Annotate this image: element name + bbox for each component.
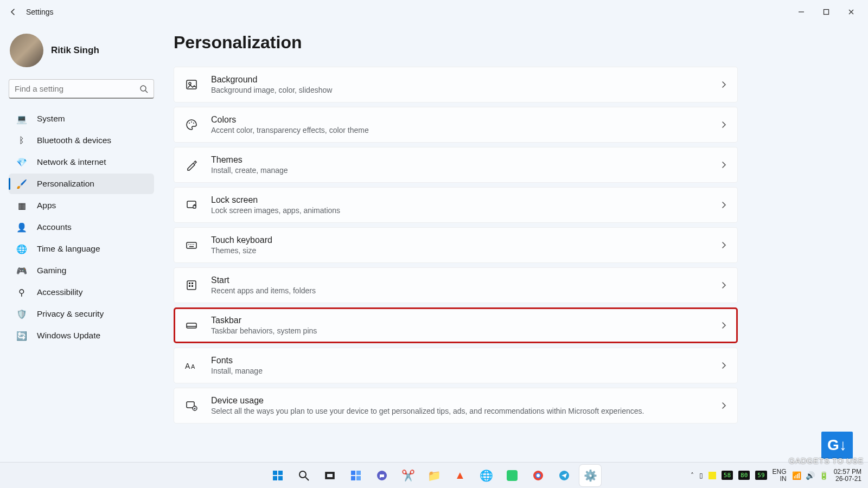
card-desc: Recent apps and items, folders	[211, 286, 720, 295]
file-explorer[interactable]: 📁	[423, 465, 445, 486]
svg-rect-28	[273, 471, 277, 475]
language-indicator[interactable]: ENG IN	[773, 468, 787, 482]
gear-icon: ⚙️	[584, 469, 597, 482]
setting-touch-keyboard[interactable]: Touch keyboardThemes, size	[174, 227, 738, 263]
setting-device-usage[interactable]: Device usageSelect all the ways you plan…	[174, 388, 738, 423]
card-desc: Background image, color, slideshow	[211, 86, 720, 94]
maximize-icon	[823, 9, 829, 15]
chevron-right-icon	[720, 161, 727, 169]
page-title: Personalization	[174, 33, 803, 53]
task-view[interactable]	[319, 465, 341, 486]
chrome-icon	[533, 470, 544, 481]
search-input[interactable]	[15, 84, 139, 93]
nav-icon: 🔄	[16, 330, 27, 341]
brave-browser[interactable]: ▲	[449, 465, 471, 486]
nav-label: Windows Update	[37, 331, 100, 341]
teams-chat[interactable]	[371, 465, 393, 486]
chevron-right-icon	[720, 362, 727, 369]
sidebar-item-personalization[interactable]: 🖌️Personalization	[9, 174, 154, 194]
svg-rect-22	[187, 323, 196, 328]
tray-overflow[interactable]: ˄	[691, 472, 694, 479]
maximize-button[interactable]	[814, 3, 839, 21]
sidebar: Ritik Singh 💻SystemᛒBluetooth & devices💎…	[0, 24, 163, 462]
setting-colors[interactable]: ColorsAccent color, transparency effects…	[174, 107, 738, 143]
svg-point-2	[141, 86, 146, 91]
user-name: Ritik Singh	[51, 45, 99, 56]
nav-icon: 🌐	[16, 243, 27, 254]
volume-icon: 🔊	[806, 471, 815, 480]
svg-rect-11	[187, 242, 196, 248]
nav-label: Accessibility	[37, 287, 82, 297]
sidebar-item-accessibility[interactable]: ⚲Accessibility	[9, 282, 154, 303]
svg-rect-38	[351, 476, 355, 480]
card-desc: Accent color, transparency effects, colo…	[211, 126, 720, 134]
svg-rect-19	[192, 282, 193, 284]
svg-point-7	[191, 121, 192, 123]
clock[interactable]: 02:57 PM 26-07-21	[834, 468, 861, 482]
start-button[interactable]	[267, 465, 289, 486]
setting-lock-screen[interactable]: Lock screenLock screen images, apps, ani…	[174, 187, 738, 223]
avatar	[10, 34, 43, 67]
search-box[interactable]	[9, 79, 154, 99]
sidebar-item-time-language[interactable]: 🌐Time & language	[9, 239, 154, 259]
svg-point-13	[190, 244, 191, 245]
app-snip[interactable]: ✂️	[397, 465, 419, 486]
card-text: ThemesInstall, create, manage	[211, 155, 720, 175]
sidebar-item-windows-update[interactable]: 🔄Windows Update	[9, 325, 154, 346]
app-green[interactable]	[501, 465, 523, 486]
system-tray: ˄ ▯ 58 80 59 ENG IN 📶 🔊 🔋 02:57 PM 26-07…	[691, 468, 868, 482]
watermark-logo: G↓	[821, 432, 853, 459]
chat-icon	[376, 470, 388, 481]
card-desc: Taskbar behaviors, system pins	[211, 326, 720, 335]
setting-themes[interactable]: ThemesInstall, create, manage	[174, 147, 738, 183]
sidebar-item-privacy-security[interactable]: 🛡️Privacy & security	[9, 304, 154, 324]
telegram[interactable]	[553, 465, 575, 486]
sidebar-item-apps[interactable]: ▦Apps	[9, 195, 154, 216]
sidebar-item-gaming[interactable]: 🎮Gaming	[9, 260, 154, 281]
battery-tray-icon[interactable]: ▯	[699, 472, 703, 479]
user-profile[interactable]: Ritik Singh	[9, 28, 154, 79]
svg-text:A: A	[191, 363, 195, 370]
nav-label: Apps	[37, 201, 56, 210]
chevron-right-icon	[720, 322, 727, 329]
svg-line-3	[145, 91, 148, 93]
close-button[interactable]	[839, 3, 864, 21]
setting-start[interactable]: StartRecent apps and items, folders	[174, 267, 738, 303]
nav-label: Gaming	[37, 266, 66, 275]
sidebar-item-network-internet[interactable]: 💎Network & internet	[9, 152, 154, 172]
nav: 💻SystemᛒBluetooth & devices💎Network & in…	[9, 108, 154, 346]
chip-1: 58	[722, 471, 733, 480]
edge-browser[interactable]: 🌐	[475, 465, 497, 486]
sidebar-item-bluetooth-devices[interactable]: ᛒBluetooth & devices	[9, 130, 154, 151]
svg-point-6	[189, 123, 190, 124]
settings-app[interactable]: ⚙️	[579, 465, 601, 486]
setting-background[interactable]: BackgroundBackground image, color, slide…	[174, 67, 738, 102]
setting-fonts[interactable]: AAFontsInstall, manage	[174, 348, 738, 383]
svg-rect-20	[189, 285, 190, 287]
back-button[interactable]	[4, 3, 22, 21]
lang-top: ENG	[773, 468, 787, 476]
svg-point-32	[299, 471, 306, 478]
card-icon	[184, 278, 199, 293]
svg-rect-30	[273, 476, 277, 480]
taskbar-search[interactable]	[293, 465, 315, 486]
svg-rect-10	[193, 206, 196, 208]
card-icon	[184, 197, 199, 213]
nav-icon: ▦	[16, 200, 27, 211]
minimize-button[interactable]	[789, 3, 814, 21]
system-icons[interactable]: 📶 🔊 🔋	[792, 471, 828, 480]
chevron-right-icon	[720, 121, 727, 129]
sidebar-item-system[interactable]: 💻System	[9, 108, 154, 129]
card-title: Fonts	[211, 356, 720, 365]
svg-point-43	[537, 474, 540, 477]
setting-taskbar[interactable]: TaskbarTaskbar behaviors, system pins	[174, 307, 738, 343]
chip-3: 59	[755, 471, 767, 480]
sidebar-item-accounts[interactable]: 👤Accounts	[9, 217, 154, 237]
titlebar: Settings	[0, 0, 868, 24]
lang-bot: IN	[773, 476, 787, 483]
widgets[interactable]	[345, 465, 367, 486]
nav-icon: 💎	[16, 157, 27, 168]
card-icon: AA	[184, 358, 199, 373]
chrome-browser[interactable]	[527, 465, 549, 486]
svg-rect-16	[189, 246, 194, 247]
